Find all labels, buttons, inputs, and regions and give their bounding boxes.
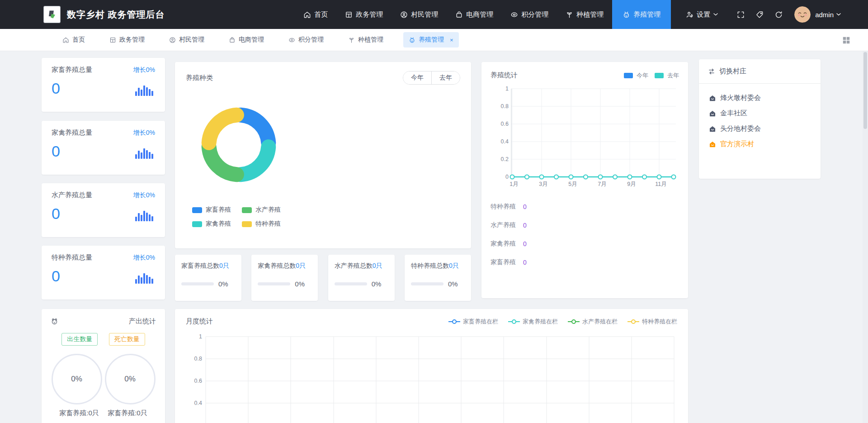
header-actions xyxy=(733,7,786,22)
logo-image xyxy=(46,8,58,21)
villager-icon xyxy=(400,11,408,19)
legend-item-livestock-onhand[interactable]: 家畜养殖在栏 xyxy=(448,318,498,326)
legend-item-poultry-onhand[interactable]: 家禽养殖在栏 xyxy=(508,318,558,326)
stat-card-poultry: 家禽养殖总量 增长0% 0 xyxy=(42,121,165,175)
nav-item-villagers[interactable]: 村民管理 xyxy=(392,0,447,29)
tab-breeding[interactable]: 养殖管理 × xyxy=(403,32,459,48)
village-label: 烽火墩村委会 xyxy=(720,94,761,102)
house-smile-icon xyxy=(709,125,716,133)
nav-item-planting[interactable]: 种植管理 xyxy=(557,0,612,29)
open-tabs-bar: 首页 政务管理 村民管理 电商管理 积分管理 种植管理 养殖管理 × xyxy=(0,29,868,51)
legend-item-special[interactable]: 特种养殖 xyxy=(242,220,292,228)
card-title: 养殖种类 xyxy=(186,74,213,82)
stats-row-special: 特种养殖 0 xyxy=(491,203,679,211)
village-item-jinfeng[interactable]: 金丰社区 xyxy=(709,109,811,118)
this-year-button[interactable]: 今年 xyxy=(403,71,431,84)
govern-icon xyxy=(345,11,353,19)
card-title: 产出统计 xyxy=(129,317,156,326)
legend-swatch xyxy=(624,73,633,78)
death-count-badge[interactable]: 死亡数量 xyxy=(109,333,145,346)
nav-item-settings[interactable]: 设置 xyxy=(677,0,726,29)
stat-growth: 增长0% xyxy=(133,191,155,200)
total-card-aquaculture: 水产养殖总数0只 0% xyxy=(328,255,395,301)
legend-label: 家畜养殖在栏 xyxy=(463,318,498,326)
scrollbar-thumb[interactable] xyxy=(863,52,867,129)
tag-button[interactable] xyxy=(752,7,767,22)
svg-text:5月: 5月 xyxy=(568,181,577,187)
fullscreen-icon xyxy=(737,11,745,19)
mini-bars-icon xyxy=(135,83,155,96)
row-value: 0 xyxy=(523,203,527,210)
planting-sprout-icon xyxy=(566,11,573,19)
village-label: 头分地村委会 xyxy=(720,124,761,133)
breeding-animal-icon xyxy=(409,37,415,43)
legend-label: 特种养殖 xyxy=(255,220,281,228)
user-gear-icon xyxy=(686,11,693,19)
svg-text:9月: 9月 xyxy=(627,181,636,187)
village-item-fenghuodun[interactable]: 烽火墩村委会 xyxy=(709,94,811,102)
village-list: 烽火墩村委会 金丰社区 头分地村委会 官方演示村 xyxy=(699,84,821,148)
nav-item-points[interactable]: 积分管理 xyxy=(502,0,557,29)
total-card-poultry: 家禽养殖总数0只 0% xyxy=(251,255,318,301)
user-avatar[interactable] xyxy=(794,6,811,23)
fullscreen-button[interactable] xyxy=(733,7,748,22)
animal-face-icon xyxy=(51,318,58,325)
legend-item-livestock[interactable]: 家畜养殖 xyxy=(192,206,242,214)
legend-item-aquaculture-onhand[interactable]: 水产养殖在栏 xyxy=(568,318,618,326)
nav-item-home[interactable]: 首页 xyxy=(295,0,336,29)
row-label: 家禽养殖 xyxy=(491,240,516,248)
scrollbar-track[interactable] xyxy=(863,51,868,423)
svg-text:7月: 7月 xyxy=(598,181,606,187)
svg-text:0: 0 xyxy=(505,174,509,180)
legend-label: 家禽养殖在栏 xyxy=(523,318,558,326)
tab-points[interactable]: 积分管理 xyxy=(284,32,328,48)
legend-label: 水产养殖 xyxy=(255,206,281,214)
nav-item-government[interactable]: 政务管理 xyxy=(336,0,392,29)
village-item-demo[interactable]: 官方演示村 xyxy=(709,140,811,148)
legend-swatch xyxy=(655,73,664,78)
last-year-button[interactable]: 去年 xyxy=(431,71,460,84)
house-smile-icon xyxy=(709,95,716,102)
user-menu[interactable]: admin xyxy=(815,11,841,19)
tab-planting[interactable]: 种植管理 xyxy=(344,32,388,48)
legend-item-special-onhand[interactable]: 特种养殖在栏 xyxy=(627,318,677,326)
svg-text:1: 1 xyxy=(199,333,202,340)
card-title: 月度统计 xyxy=(186,317,213,326)
tab-villagers[interactable]: 村民管理 xyxy=(165,32,209,48)
circle-label: 家畜养殖:0只 xyxy=(108,409,147,418)
tab-label: 电商管理 xyxy=(239,36,264,44)
tabs-overview-button[interactable] xyxy=(841,35,852,46)
tab-government[interactable]: 政务管理 xyxy=(105,32,149,48)
close-icon[interactable]: × xyxy=(450,37,453,43)
total-card-special: 特种养殖总数0只 0% xyxy=(405,255,471,301)
legend-item-this-year[interactable]: 今年 xyxy=(624,71,648,80)
nav-label: 设置 xyxy=(697,10,710,19)
nav-item-breeding[interactable]: 养殖管理 xyxy=(612,0,671,29)
nav-label: 种植管理 xyxy=(576,10,604,19)
tab-label: 首页 xyxy=(72,36,85,44)
total-title-text: 特种养殖总数 xyxy=(411,262,449,269)
refresh-button[interactable] xyxy=(771,7,786,22)
app-logo xyxy=(43,6,61,23)
village-item-toufendi[interactable]: 头分地村委会 xyxy=(709,124,811,133)
nav-item-ecommerce[interactable]: 电商管理 xyxy=(447,0,502,29)
legend-item-aquaculture[interactable]: 水产养殖 xyxy=(242,206,292,214)
total-value: 0只 xyxy=(449,262,459,269)
legend-item-poultry[interactable]: 家禽养殖 xyxy=(192,220,242,228)
monthly-line-chart: 1 0.8 0.6 0.4 0.2 0 xyxy=(186,329,677,423)
legend-swatch xyxy=(242,221,252,227)
total-title-text: 家畜养殖总数 xyxy=(181,262,219,269)
nav-label: 积分管理 xyxy=(521,10,548,19)
stat-growth: 增长0% xyxy=(133,254,155,262)
birth-count-badge[interactable]: 出生数量 xyxy=(61,333,98,346)
svg-text:0.6: 0.6 xyxy=(501,121,509,127)
total-value: 0只 xyxy=(296,262,306,269)
stat-card-aquaculture: 水产养殖总量 增长0% 0 xyxy=(42,183,165,237)
legend-item-last-year[interactable]: 去年 xyxy=(655,71,679,80)
stat-value: 0 xyxy=(52,268,60,284)
tab-home[interactable]: 首页 xyxy=(58,32,90,48)
svg-text:0.8: 0.8 xyxy=(501,103,509,109)
tab-ecommerce[interactable]: 电商管理 xyxy=(224,32,269,48)
stat-title: 特种养殖总量 xyxy=(52,253,92,262)
house-smile-icon xyxy=(709,110,716,117)
